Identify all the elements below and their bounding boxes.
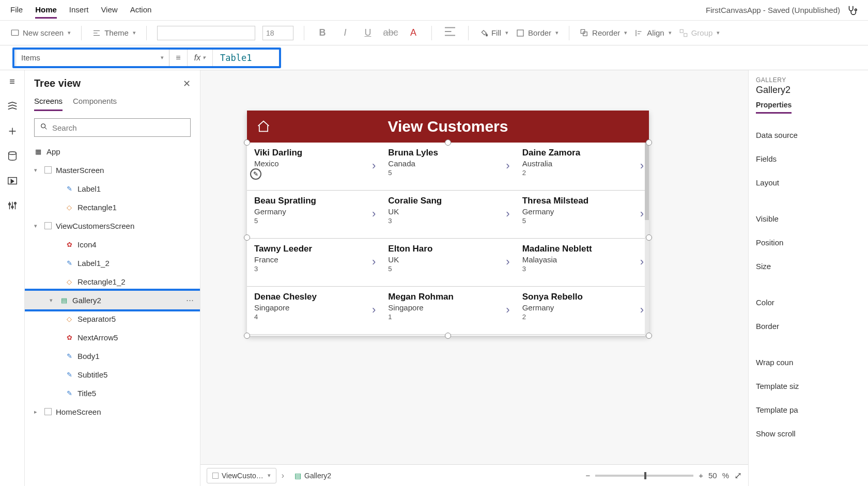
underline-button[interactable]: U: [360, 27, 376, 38]
zoom-slider-thumb[interactable]: [644, 472, 646, 479]
prop-showscroll[interactable]: Show scroll: [756, 421, 861, 445]
next-arrow-icon[interactable]: ›: [640, 303, 644, 317]
node-gallery2[interactable]: ▾ ▤ Gallery2 ⋯: [25, 291, 200, 309]
new-screen-button[interactable]: New screen ▾: [10, 28, 71, 38]
node-rectangle1[interactable]: ◇ Rectangle1: [25, 198, 200, 216]
selection-handle[interactable]: [244, 234, 250, 241]
more-icon[interactable]: ⋯: [186, 295, 195, 305]
fx-button[interactable]: fx ▾: [187, 49, 213, 67]
menu-file[interactable]: File: [10, 2, 23, 19]
tab-screens[interactable]: Screens: [34, 97, 63, 111]
italic-button[interactable]: I: [337, 27, 353, 38]
breadcrumb-control[interactable]: ▤ Gallery2: [289, 468, 336, 483]
close-icon[interactable]: ✕: [183, 78, 191, 89]
zoom-slider[interactable]: [595, 475, 693, 477]
formula-input[interactable]: Table1: [213, 53, 259, 63]
hamburger-icon[interactable]: ≡: [9, 76, 15, 87]
font-size-input[interactable]: [262, 26, 293, 40]
node-masterscreen[interactable]: ▾ MasterScreen: [25, 161, 200, 179]
media-icon[interactable]: [7, 175, 18, 186]
next-arrow-icon[interactable]: ›: [372, 207, 376, 221]
breadcrumb-screen[interactable]: ViewCusto… ▾: [207, 468, 276, 483]
selection-handle[interactable]: [646, 139, 652, 146]
filter-icon[interactable]: ≡: [169, 53, 187, 62]
node-rectangle1-2[interactable]: ◇ Rectangle1_2: [25, 272, 200, 291]
selection-handle[interactable]: [646, 234, 652, 241]
fullscreen-icon[interactable]: ⤢: [734, 470, 742, 481]
menu-home[interactable]: Home: [35, 2, 57, 19]
insert-icon[interactable]: [7, 126, 18, 137]
align-button[interactable]: Align ▾: [634, 28, 671, 38]
node-body1[interactable]: ✎ Body1: [25, 347, 200, 365]
next-arrow-icon[interactable]: ›: [506, 207, 509, 221]
gallery-item[interactable]: Daine ZamoraAustralia2›: [515, 143, 649, 190]
property-dropdown[interactable]: Items ▾: [16, 49, 169, 67]
prop-datasource[interactable]: Data source: [756, 123, 861, 147]
align-text-button[interactable]: [442, 24, 458, 42]
gallery-item[interactable]: Viki DarlingMexico1›: [247, 143, 381, 190]
gallery-item[interactable]: Tawny LeederFrance3›: [247, 239, 381, 286]
prop-color[interactable]: Color: [756, 290, 861, 314]
prop-layout[interactable]: Layout: [756, 170, 861, 194]
node-app[interactable]: ▦ App: [25, 142, 200, 161]
gallery-item[interactable]: Thresa MilsteadGermany5›: [515, 191, 649, 238]
edit-template-icon[interactable]: ✎: [250, 168, 261, 180]
tree-search[interactable]: [34, 118, 191, 137]
tree-view-icon[interactable]: [7, 101, 18, 112]
selection-handle[interactable]: [646, 333, 652, 339]
next-arrow-icon[interactable]: ›: [640, 207, 644, 221]
theme-button[interactable]: Theme ▾: [92, 28, 136, 38]
gallery-item[interactable]: Madaline NeblettMalayasia3›: [515, 239, 649, 286]
next-arrow-icon[interactable]: ›: [372, 255, 376, 269]
fill-button[interactable]: Fill ▾: [479, 28, 508, 38]
node-nextarrow5[interactable]: ✿ NextArrow5: [25, 328, 200, 347]
prop-templatesize[interactable]: Template siz: [756, 374, 861, 398]
gallery-item[interactable]: Beau SpratlingGermany5›: [247, 191, 381, 238]
prop-visible[interactable]: Visible: [756, 207, 861, 230]
gallery-item[interactable]: Coralie SangUK3›: [381, 191, 515, 238]
canvas-viewport[interactable]: View Customers Viki DarlingMexico1›Bruna…: [200, 70, 748, 464]
font-name-input[interactable]: [157, 26, 255, 40]
next-arrow-icon[interactable]: ›: [506, 255, 509, 269]
next-arrow-icon[interactable]: ›: [640, 159, 644, 173]
zoom-out-button[interactable]: −: [585, 471, 590, 480]
search-input[interactable]: [52, 123, 185, 132]
node-icon4[interactable]: ✿ Icon4: [25, 235, 200, 254]
prop-position[interactable]: Position: [756, 230, 861, 254]
zoom-in-button[interactable]: +: [699, 471, 703, 480]
group-button[interactable]: Group ▾: [679, 28, 720, 38]
selection-handle[interactable]: [244, 139, 250, 146]
menu-action[interactable]: Action: [130, 2, 152, 19]
tab-properties[interactable]: Properties: [756, 101, 792, 114]
node-label1-2[interactable]: ✎ Label1_2: [25, 254, 200, 272]
tab-components[interactable]: Components: [73, 97, 117, 111]
prop-size[interactable]: Size: [756, 254, 861, 278]
prop-fields[interactable]: Fields: [756, 147, 861, 170]
selection-handle[interactable]: [244, 333, 250, 339]
gallery[interactable]: Viki DarlingMexico1›Bruna LylesCanada5›D…: [247, 143, 649, 336]
scrollbar-thumb[interactable]: [645, 143, 649, 220]
menu-insert[interactable]: Insert: [69, 2, 89, 19]
gallery-item[interactable]: Denae ChesleySingapore4›: [247, 287, 381, 334]
gallery-item[interactable]: Sonya RebelloGermany2›: [515, 287, 649, 334]
menu-view[interactable]: View: [101, 2, 117, 19]
gallery-item[interactable]: Bruna LylesCanada5›: [381, 143, 515, 190]
node-homescreen[interactable]: ▸ HomeScreen: [25, 402, 200, 421]
prop-border[interactable]: Border: [756, 314, 861, 338]
bold-button[interactable]: B: [315, 27, 330, 38]
strikethrough-button[interactable]: abc: [383, 27, 398, 38]
selection-handle[interactable]: [445, 139, 451, 146]
next-arrow-icon[interactable]: ›: [506, 303, 509, 317]
node-label1[interactable]: ✎ Label1: [25, 179, 200, 198]
gallery-item[interactable]: Elton HaroUK5›: [381, 239, 515, 286]
tools-icon[interactable]: [7, 200, 18, 211]
home-icon[interactable]: [256, 119, 271, 134]
node-separator5[interactable]: ◇ Separator5: [25, 309, 200, 328]
gallery-item[interactable]: Megan RohmanSingapore1›: [381, 287, 515, 334]
font-color-button[interactable]: A: [406, 27, 421, 38]
border-button[interactable]: Border ▾: [516, 28, 559, 38]
prop-wrapcount[interactable]: Wrap coun: [756, 350, 861, 374]
next-arrow-icon[interactable]: ›: [372, 303, 376, 317]
selection-handle[interactable]: [445, 333, 451, 339]
node-subtitle5[interactable]: ✎ Subtitle5: [25, 365, 200, 384]
